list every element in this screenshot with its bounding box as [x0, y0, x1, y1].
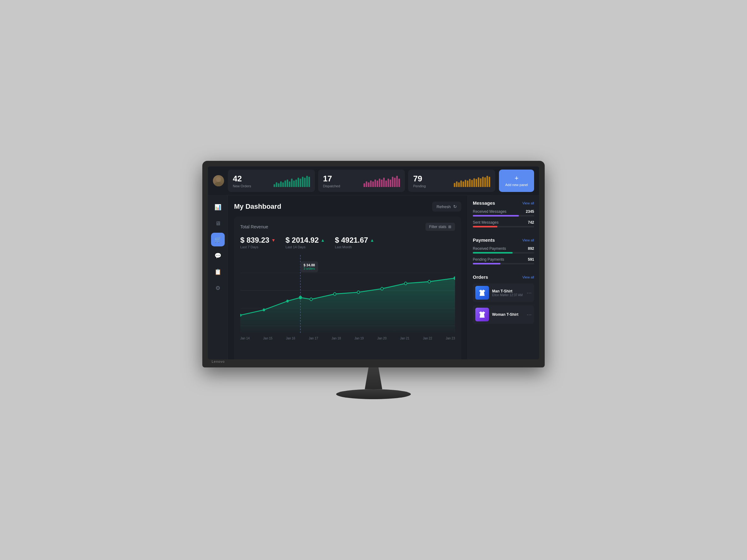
- monitor-chin: Lenovo: [208, 359, 539, 364]
- mini-bar: [364, 183, 365, 187]
- mini-bar: [469, 179, 471, 187]
- chart-header: Total Revenue Filter stats ⊞: [240, 223, 455, 231]
- mini-bar: [282, 182, 284, 187]
- progress-bar-fill: [473, 263, 500, 264]
- chart-x-label: Jan 22: [423, 337, 432, 340]
- progress-bar-fill: [473, 252, 513, 254]
- settings-icon[interactable]: ⚙: [211, 281, 225, 295]
- messages-items: Received Messages 2345 Sent Messages 742: [473, 209, 534, 228]
- mini-bar: [280, 181, 282, 187]
- chart-title: Total Revenue: [240, 224, 268, 229]
- progress-bar-bg: [473, 252, 534, 254]
- mini-bar: [274, 184, 275, 187]
- svg-point-1: [214, 182, 223, 186]
- chart-x-label: Jan 15: [263, 337, 272, 340]
- dispatched-number: 17: [323, 174, 340, 184]
- progress-bar-bg: [473, 263, 534, 264]
- revenue-month: $ 4921.67 ▲ Last Month: [335, 236, 375, 249]
- refresh-label: Refresh: [436, 205, 451, 209]
- order-item: Woman T-Shirt⋯: [473, 305, 534, 324]
- avatar: [213, 175, 224, 186]
- presentation-icon[interactable]: 🖥: [211, 216, 225, 230]
- refresh-button[interactable]: Refresh ↻: [432, 202, 461, 212]
- mini-bar: [278, 183, 280, 187]
- filter-stats-button[interactable]: Filter stats ⊞: [426, 223, 455, 231]
- chart-x-label: Jan 20: [377, 337, 387, 340]
- mini-bar: [471, 180, 473, 187]
- progress-item: Sent Messages 742: [473, 220, 534, 228]
- revenue-14days-trend: ▲: [320, 238, 325, 243]
- progress-bar-fill: [473, 215, 519, 216]
- mini-bar: [458, 182, 460, 187]
- progress-bar-bg: [473, 215, 534, 216]
- dashboard-title: My Dashboard: [234, 203, 281, 211]
- filter-icon: ⊞: [448, 224, 451, 229]
- mini-bar: [463, 181, 464, 187]
- document-icon[interactable]: 📋: [211, 265, 225, 279]
- chat-icon[interactable]: 💬: [211, 249, 225, 263]
- dispatched-chart: [364, 175, 400, 187]
- mini-bar: [482, 177, 484, 187]
- payments-view-all[interactable]: View all: [522, 238, 534, 242]
- payments-title: Payments: [473, 237, 495, 243]
- progress-bar-bg: [473, 226, 534, 228]
- mini-bar: [390, 180, 391, 187]
- revenue-month-period: Last Month: [335, 245, 375, 249]
- order-more-button[interactable]: ⋯: [526, 290, 532, 296]
- monitor-wrapper: 42New Orders17Dispatched79Pending + Add …: [202, 161, 545, 399]
- revenue-month-value: $ 4921.67: [335, 236, 368, 244]
- messages-view-all[interactable]: View all: [522, 201, 534, 205]
- mini-bar: [284, 181, 286, 187]
- monitor-frame: 42New Orders17Dispatched79Pending + Add …: [202, 161, 545, 367]
- svg-point-11: [310, 298, 312, 301]
- dashboard-area: My Dashboard Refresh ↻ Total Revenue Fil…: [228, 195, 467, 359]
- messages-section: Messages View all Received Messages 2345…: [473, 201, 534, 231]
- stat-card-pending: 79Pending: [408, 169, 495, 192]
- mini-bar: [478, 177, 479, 187]
- orders-view-all[interactable]: View all: [522, 275, 534, 279]
- progress-item: Pending Payments 591: [473, 257, 534, 264]
- mini-bar: [377, 181, 378, 187]
- progress-label: Sent Messages: [473, 220, 499, 224]
- svg-point-10: [299, 296, 302, 299]
- messages-title: Messages: [473, 201, 495, 206]
- svg-point-12: [334, 292, 336, 295]
- mini-bar: [306, 176, 308, 187]
- mini-bar: [379, 179, 380, 187]
- svg-point-9: [286, 300, 289, 302]
- mini-bar: [454, 183, 455, 187]
- mini-bar: [398, 179, 400, 187]
- order-sub: Elton Møller 12:37 AM: [492, 293, 523, 297]
- progress-item: Received Payments 892: [473, 246, 534, 254]
- chart-x-label: Jan 17: [309, 337, 318, 340]
- progress-label: Pending Payments: [473, 257, 504, 262]
- add-panel-button[interactable]: + Add new panel: [499, 169, 534, 192]
- chart-icon[interactable]: 📊: [211, 201, 225, 214]
- new-orders-label: New Orders: [233, 184, 251, 188]
- chart-x-label: Jan 16: [286, 337, 295, 340]
- dispatched-label: Dispatched: [323, 184, 340, 188]
- refresh-icon: ↻: [453, 204, 457, 209]
- order-thumbnail: [475, 286, 489, 300]
- order-more-button[interactable]: ⋯: [526, 312, 532, 318]
- mini-bar: [460, 181, 462, 187]
- progress-value: 2345: [526, 209, 534, 214]
- mini-bar: [467, 181, 468, 187]
- mini-bar: [293, 181, 295, 187]
- svg-point-14: [381, 287, 383, 290]
- new-orders-chart: [274, 175, 310, 187]
- chart-tooltip: $ 34.88 3 orders: [300, 261, 318, 272]
- mini-bar: [473, 178, 475, 187]
- mini-bar: [291, 179, 292, 187]
- screen: 42New Orders17Dispatched79Pending + Add …: [208, 166, 539, 359]
- shop-icon[interactable]: 🛒: [211, 233, 225, 246]
- stat-card-dispatched: 17Dispatched: [318, 169, 405, 192]
- chart-x-label: Jan 21: [400, 337, 409, 340]
- mini-bar: [383, 178, 385, 187]
- revenue-14days: $ 2014.92 ▲ Last 14 Days: [285, 236, 325, 249]
- mini-bar: [381, 180, 383, 187]
- mini-bar: [289, 181, 290, 187]
- dashboard-header: My Dashboard Refresh ↻: [234, 202, 461, 212]
- progress-bar-fill: [473, 226, 497, 228]
- mini-bar: [487, 176, 488, 187]
